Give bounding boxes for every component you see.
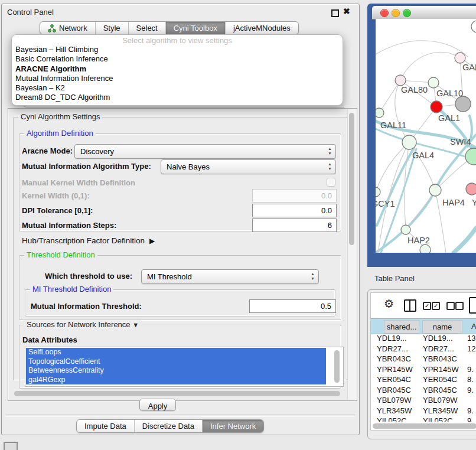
node-label: GAL4 — [412, 151, 434, 160]
table-cell: 13 — [467, 334, 475, 343]
table-row[interactable]: YDL19...YDL19...13 — [371, 334, 476, 344]
control-panel-tabs: NetworkStyleSelectCyni ToolboxjActiveMNo… — [40, 21, 299, 35]
close-panel-icon[interactable]: ✖ — [343, 6, 350, 16]
network-node[interactable] — [455, 96, 471, 112]
settings-vscrollbar-thumb[interactable] — [349, 113, 354, 245]
network-node[interactable] — [420, 244, 431, 253]
select-all-checkbox-icon[interactable]: ✓ — [423, 302, 431, 310]
zoom-window-icon[interactable] — [403, 9, 411, 17]
table-cell: YIL052C — [377, 416, 407, 422]
table-row[interactable]: YLR345WYLR345W9. — [371, 406, 476, 417]
hub-definition-toggle[interactable]: Hub/Transcription Factor Definition▶ — [22, 236, 155, 245]
network-node-gal10[interactable] — [428, 77, 439, 88]
table-row[interactable]: YPR145WYPR145W9. — [371, 365, 476, 376]
network-node[interactable] — [471, 21, 476, 32]
which-threshold-label: Which threshold to use: — [45, 272, 132, 281]
collapsed-arrow-icon: ▶ — [149, 237, 155, 245]
column-layout-icon[interactable] — [404, 299, 416, 312]
data-attributes-list[interactable]: SelfLoopsTopologicalCoefficientBetweenne… — [25, 347, 344, 387]
algorithm-option[interactable]: ARACNE Algorithm — [12, 64, 343, 74]
table-settings-gear-icon[interactable]: ⚙ — [384, 298, 394, 311]
node-label: GCY1 — [376, 199, 395, 208]
network-node-gal4[interactable] — [402, 135, 416, 149]
column-header-clipped[interactable]: A — [471, 320, 476, 332]
tab-discretize-data[interactable]: Discretize Data — [134, 420, 202, 432]
attribute-item[interactable]: SelfLoops — [26, 348, 326, 357]
network-node-hap2[interactable] — [401, 225, 410, 234]
network-node-swi4[interactable] — [465, 148, 476, 165]
table-panel-title: Table Panel — [374, 274, 415, 283]
table-row[interactable]: YDR27...YDR27...12 — [371, 344, 476, 355]
list-scrollbar-thumb[interactable] — [334, 350, 340, 383]
mi-algorithm-type-select[interactable]: Naive Bayes ▲▼ — [161, 159, 336, 174]
table-cell: YBR043C — [377, 354, 411, 363]
column-header-shared-name[interactable]: shared... — [384, 320, 419, 334]
tab-label: Style — [103, 22, 120, 34]
export-table-icon[interactable] — [469, 297, 476, 314]
algorithm-option[interactable]: Basic Correlation Inference — [12, 54, 343, 64]
aracne-mode-value: Discovery — [80, 147, 114, 156]
dropdown-prompt: Select algorithm to view settings — [12, 36, 343, 45]
mi-steps-field[interactable]: 6 — [252, 219, 337, 232]
algorithm-option[interactable]: Mutual Information Inference — [12, 74, 343, 83]
minimize-window-icon[interactable] — [392, 9, 400, 17]
table-row[interactable]: YER054CYER054C8. — [371, 375, 476, 386]
table-row[interactable]: YBL079WYBL079W — [371, 396, 476, 406]
tab-jactivemnodules[interactable]: jActiveMNodules — [225, 22, 298, 34]
settings-hscrollbar-thumb[interactable] — [14, 391, 340, 396]
tab-infer-network[interactable]: Infer Network — [202, 420, 263, 432]
tab-impute-data[interactable]: Impute Data — [77, 420, 134, 432]
deselect-all-checkbox-icon[interactable] — [455, 302, 464, 310]
float-panel-icon[interactable] — [331, 9, 339, 17]
attribute-item[interactable]: gal4RGexp — [26, 376, 326, 385]
network-node-gcy1[interactable] — [376, 187, 380, 197]
algorithm-option[interactable]: Bayesian – K2 — [12, 83, 343, 93]
tab-network[interactable]: Network — [40, 22, 95, 34]
network-node-gal11[interactable] — [376, 108, 384, 118]
network-node-y[interactable] — [466, 183, 476, 195]
algorithm-dropdown: Select algorithm to view settings Bayesi… — [11, 34, 343, 106]
algorithm-option[interactable]: Dream8 DC_TDC Algorithm — [12, 93, 343, 102]
tab-label: jActiveMNodules — [233, 22, 291, 34]
apply-button[interactable]: Apply — [139, 399, 176, 411]
table-cell: YER054C — [423, 375, 457, 384]
table-row[interactable]: YIL052CYIL052C9 — [371, 416, 476, 422]
settings-vscrollbar[interactable] — [347, 109, 356, 400]
tab-select[interactable]: Select — [128, 22, 165, 34]
select-all-checkbox-icon[interactable]: ✓ — [432, 302, 440, 310]
attribute-item[interactable]: TopologicalCoefficient — [26, 357, 326, 367]
dpi-tolerance-field[interactable]: 0.0 — [252, 204, 337, 217]
network-node-gal1[interactable] — [431, 101, 442, 113]
attribute-item[interactable]: BetweennessCentrality — [26, 366, 326, 376]
node-label: HAP4 — [442, 198, 465, 207]
manual-kernel-checkbox[interactable] — [327, 178, 335, 187]
which-threshold-select[interactable]: MI Threshold ▲▼ — [141, 269, 319, 284]
tab-label: Discretize Data — [142, 420, 194, 432]
network-node-gal[interactable] — [455, 53, 465, 63]
network-node-hap4[interactable] — [429, 184, 441, 196]
aracne-mode-select[interactable]: Discovery ▲▼ — [74, 144, 336, 159]
column-header-name[interactable]: name — [422, 320, 462, 334]
close-window-icon[interactable] — [380, 9, 389, 17]
algorithm-option[interactable]: Bayesian – Hill Climbing — [12, 45, 343, 54]
node-label: SWI4 — [450, 137, 471, 146]
control-panel-window: Control Panel ✖ NetworkStyleSelectCyni T… — [1, 4, 360, 435]
cyni-toolbox-bottom-tabs: Impute DataDiscretize DataInfer Network — [76, 419, 264, 433]
expanded-arrow-icon[interactable]: ▼ — [132, 321, 139, 328]
network-node-gal80[interactable] — [395, 75, 406, 86]
deselect-all-checkbox-icon[interactable] — [446, 302, 455, 310]
network-canvas[interactable]: GALGAL80GAL10GAL1GAL11GAL4SWI4GCY1HAP4YH… — [376, 19, 476, 253]
table-row[interactable]: YBR043CYBR043C — [371, 354, 476, 365]
node-label: Y — [472, 198, 476, 207]
tab-style[interactable]: Style — [95, 22, 128, 34]
table-row[interactable]: YBR045CYBR045C9. — [371, 386, 476, 396]
table-panel-window: ⚙ ✓ ✓ shared... name A YDL19...YDL19...1… — [367, 289, 476, 439]
mi-threshold-field[interactable]: 0.5 — [249, 299, 336, 313]
table-cell: YBR045C — [423, 386, 457, 394]
manual-kernel-label: Manual Kernel Width Definition — [22, 178, 135, 187]
minimized-panel-icon[interactable] — [4, 442, 18, 450]
kernel-width-field[interactable]: 0.0 — [252, 189, 337, 203]
network-window-titlebar[interactable] — [372, 6, 476, 19]
table-hscrollbar-thumb[interactable] — [373, 423, 476, 429]
tab-cyni-toolbox[interactable]: Cyni Toolbox — [165, 22, 225, 34]
